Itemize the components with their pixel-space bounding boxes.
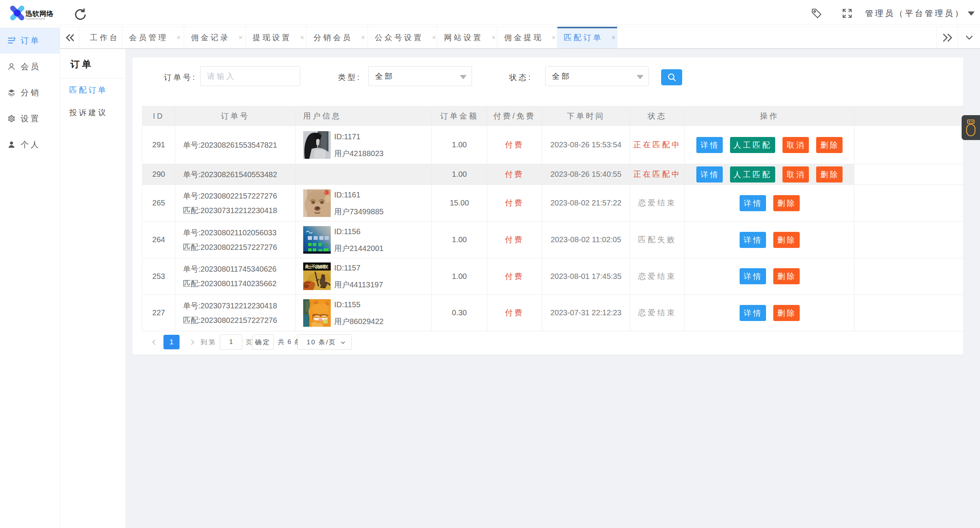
svg-text:勇士不该被嘲笑: 勇士不该被嘲笑 [305, 264, 328, 269]
svg-text:XunRuanNetwork: XunRuanNetwork [25, 18, 45, 20]
svg-text:迅软网络: 迅软网络 [25, 10, 54, 18]
